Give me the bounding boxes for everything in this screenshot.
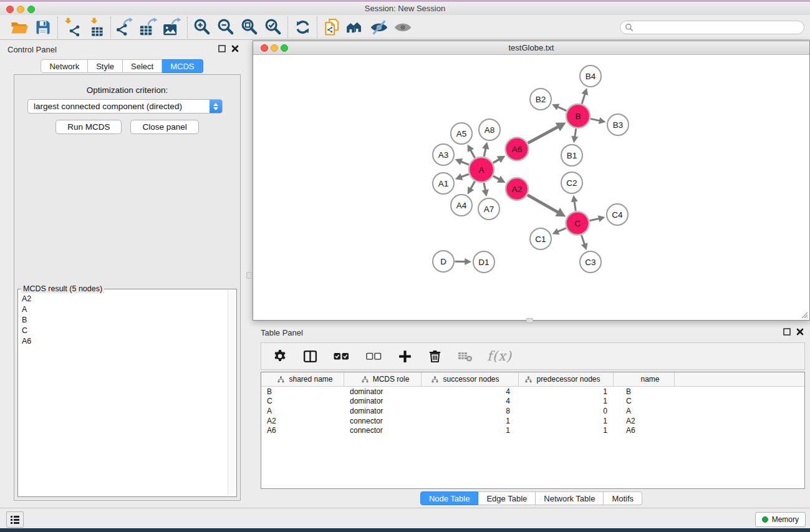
mcds-result-item[interactable]: A6 — [19, 336, 228, 346]
graph-edge-B-B3[interactable] — [591, 118, 600, 120]
create-column-button[interactable] — [396, 346, 413, 367]
import-table-button[interactable] — [84, 17, 108, 38]
refresh-icon — [294, 19, 311, 36]
graph-edge-B-B2[interactable] — [557, 107, 566, 110]
column-header-MCDS-role[interactable]: MCDS role — [344, 372, 422, 386]
graph-edge-C-C4[interactable] — [590, 218, 599, 220]
task-history-button[interactable] — [6, 511, 24, 528]
resize-grip-icon[interactable] — [800, 311, 808, 319]
table-row[interactable]: Cdominator41C — [261, 397, 804, 407]
tab-select[interactable]: Select — [123, 59, 162, 73]
graph-edge-B-B1[interactable] — [575, 128, 576, 137]
mcds-result-item[interactable]: A — [19, 304, 228, 314]
zoom-selected-button[interactable] — [261, 17, 285, 38]
graph-edge-C-C2[interactable] — [574, 201, 576, 211]
graph-edge-B-B4[interactable] — [582, 94, 585, 104]
mcds-result-item[interactable]: C — [19, 325, 228, 336]
graph-edge-C-C3[interactable] — [581, 235, 584, 244]
graph-edge-A-A2[interactable] — [493, 176, 499, 179]
tab-motifs[interactable]: Motifs — [604, 491, 642, 505]
zoom-fit-button[interactable] — [238, 17, 261, 38]
apply-layout-button[interactable] — [291, 17, 314, 38]
hide-panel-button[interactable] — [367, 17, 391, 38]
table-cell: 1 — [422, 426, 519, 435]
function-builder-button[interactable]: f(x) — [487, 349, 512, 364]
zoom-out-button[interactable] — [214, 17, 238, 38]
table-cell: connector — [344, 417, 422, 425]
close-panel-icon[interactable] — [231, 45, 239, 52]
graph-edge-A6-B[interactable] — [528, 127, 559, 143]
show-columns-button[interactable] — [301, 346, 319, 367]
tab-network-table[interactable]: Network Table — [536, 491, 604, 505]
table-settings-button[interactable] — [271, 346, 289, 367]
delete-column-button[interactable] — [426, 346, 443, 367]
network-canvas[interactable]: AA1A2A3A4A5A6A7A8BB1B2B3B4CC1C2C3C4DD1 — [253, 56, 809, 320]
export-table-button[interactable] — [137, 17, 161, 38]
table-cell: A2 — [261, 417, 344, 425]
table-row[interactable]: A2connector11A2 — [261, 416, 804, 426]
vertical-split-grip[interactable] — [246, 272, 251, 279]
graph-edge-A-A6[interactable] — [493, 159, 499, 163]
select-all-columns-button[interactable] — [331, 346, 351, 367]
graph-edge-A-A3[interactable] — [461, 162, 469, 165]
save-session-button[interactable] — [31, 17, 55, 38]
graph-node-label-A2: A2 — [512, 185, 523, 194]
result-scrollbar[interactable] — [228, 290, 236, 496]
tab-node-table[interactable]: Node Table — [420, 491, 479, 505]
graph-edge-A-A4[interactable] — [471, 181, 475, 189]
import-network-button[interactable] — [60, 17, 84, 38]
export-image-button[interactable] — [161, 17, 185, 38]
graph-edge-A2-C[interactable] — [528, 195, 558, 213]
export-network-icon — [115, 17, 135, 37]
network-window-titlebar[interactable]: testGlobe.txt — [253, 41, 809, 55]
table-cell: 4 — [422, 397, 519, 405]
table-cell: dominator — [344, 397, 422, 405]
table-row[interactable]: Bdominator41B — [261, 387, 804, 397]
graph-edge-A-A8[interactable] — [484, 148, 486, 157]
close-panel-icon[interactable] — [796, 328, 804, 336]
tab-network[interactable]: Network — [41, 59, 88, 73]
duplicate-network-icon — [322, 17, 342, 37]
graph-edge-A-A5[interactable] — [471, 150, 475, 158]
column-header-successor-nodes[interactable]: successor nodes — [422, 372, 519, 386]
show-panel-button[interactable] — [391, 17, 415, 38]
zoom-in-button[interactable] — [190, 17, 214, 38]
graph-edge-A-A1[interactable] — [461, 174, 468, 177]
search-input[interactable] — [620, 21, 804, 34]
tab-mcds[interactable]: MCDS — [162, 59, 203, 73]
table-cell: 4 — [422, 387, 519, 396]
optimization-criterion-select[interactable]: largest connected component (directed) — [27, 99, 223, 114]
float-panel-icon[interactable] — [783, 328, 791, 336]
plus-icon — [397, 349, 413, 364]
float-panel-icon[interactable] — [218, 45, 226, 52]
table-cell: C — [614, 397, 675, 405]
open-session-button[interactable] — [7, 17, 31, 38]
column-header-predecessor-nodes[interactable]: predecessor nodes — [519, 372, 614, 386]
show-all-networks-button[interactable] — [344, 17, 367, 38]
window-title: Session: New Session — [0, 4, 810, 13]
column-header-name[interactable]: name — [614, 372, 675, 386]
close-panel-button[interactable]: Close panel — [130, 120, 198, 134]
horizontal-split-grip[interactable] — [526, 318, 533, 323]
tab-edge-table[interactable]: Edge Table — [478, 491, 536, 505]
unselect-all-columns-button[interactable] — [364, 346, 383, 367]
import-table-icon — [86, 17, 106, 37]
graph-node-label-A6: A6 — [512, 145, 523, 154]
column-type-icon — [362, 376, 369, 383]
tab-style[interactable]: Style — [88, 59, 123, 73]
mcds-result-item[interactable]: A2 — [19, 293, 228, 304]
delete-table-icon — [457, 349, 473, 363]
graph-edge-C-C1[interactable] — [557, 228, 566, 232]
memory-button[interactable]: Memory — [755, 512, 806, 527]
column-header-shared-name[interactable]: shared name — [261, 372, 344, 386]
graph-edge-A-A7[interactable] — [484, 183, 485, 190]
table-row[interactable]: Adominator80A — [261, 406, 804, 416]
control-panel-tabs: NetworkStyleSelectMCDS — [0, 59, 244, 73]
table-row[interactable]: A6connector11A6 — [261, 425, 804, 435]
mcds-result-item[interactable]: B — [19, 314, 228, 325]
export-network-button[interactable] — [113, 17, 137, 38]
duplicate-network-button[interactable] — [320, 17, 344, 38]
run-mcds-button[interactable]: Run MCDS — [55, 120, 122, 134]
mcds-tab-content: Optimization criterion: largest connecte… — [14, 74, 241, 501]
delete-table-button[interactable] — [456, 346, 475, 367]
